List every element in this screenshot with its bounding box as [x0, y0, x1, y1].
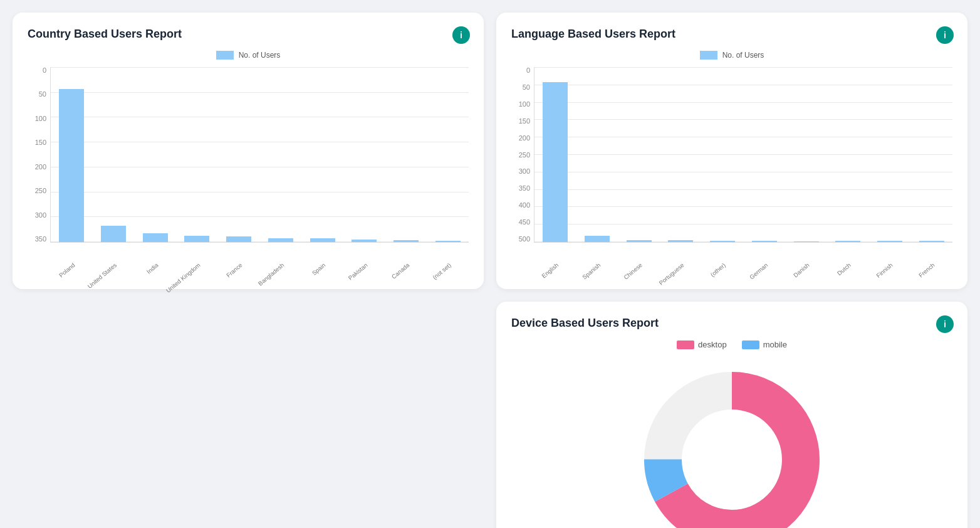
bar-group: Spain: [301, 67, 343, 242]
y-axis-label: 50: [28, 91, 46, 98]
y-axis-label: 150: [28, 139, 46, 146]
y-axis-label: 250: [511, 152, 530, 159]
bar-group: (other): [702, 67, 744, 242]
y-axis-label: 400: [511, 202, 530, 209]
country-chart-card: Country Based Users Report i No. of User…: [13, 13, 484, 289]
legend-item-desktop: desktop: [677, 340, 727, 349]
bar: [835, 241, 860, 242]
device-chart-title: Device Based Users Report: [511, 317, 952, 330]
bar: [794, 241, 819, 242]
bar: [143, 233, 168, 242]
bar-group: Finnish: [869, 67, 911, 242]
bar-group: Pakistan: [343, 67, 385, 242]
mobile-legend-dot: [742, 341, 759, 349]
y-axis-label: 100: [511, 101, 530, 108]
y-axis-label: 250: [28, 187, 46, 194]
legend-item-mobile: mobile: [742, 340, 787, 349]
bar: [585, 236, 610, 242]
bar-group: Poland: [51, 67, 93, 242]
language-info-icon[interactable]: i: [936, 26, 954, 44]
bar: [877, 241, 902, 242]
bar-group: Dutch: [827, 67, 869, 242]
mobile-legend-label: mobile: [763, 340, 787, 349]
y-axis-label: 350: [28, 236, 46, 243]
y-axis-label: 300: [511, 168, 530, 175]
y-axis-label: 450: [511, 219, 530, 226]
y-axis-label: 50: [511, 84, 530, 91]
device-chart-card: Device Based Users Report i desktop mobi…: [496, 302, 967, 528]
y-axis-label: 0: [511, 67, 530, 74]
language-bars-container: EnglishSpanishChinesePortuguese(other)Ge…: [534, 67, 952, 243]
desktop-legend-dot: [677, 341, 694, 349]
y-axis-label: 200: [28, 164, 46, 171]
empty-bottom-left: [13, 302, 484, 528]
device-donut-container: desktop mobile: [511, 340, 952, 528]
bar-group: Portuguese: [660, 67, 702, 242]
country-info-icon[interactable]: i: [452, 26, 470, 44]
bar: [752, 241, 777, 242]
bar-group: English: [534, 67, 576, 242]
bar: [59, 89, 84, 242]
country-legend-label: No. of Users: [239, 51, 281, 60]
bar-group: French: [910, 67, 952, 242]
country-chart-title: Country Based Users Report: [28, 28, 469, 41]
bar: [101, 226, 126, 242]
bar: [310, 238, 335, 242]
country-chart-area: No. of Users 350300250200150100500 Polan…: [28, 51, 469, 274]
bar: [543, 82, 568, 242]
bar-group: German: [744, 67, 786, 242]
desktop-legend-label: desktop: [698, 340, 727, 349]
bar-group: (not set): [427, 67, 469, 242]
country-legend-color: [216, 51, 234, 60]
bar-group: Spanish: [576, 67, 618, 242]
y-axis-label: 350: [511, 185, 530, 192]
language-legend: No. of Users: [511, 51, 952, 60]
bar: [394, 240, 419, 242]
language-chart-area: No. of Users 500450400350300250200150100…: [511, 51, 952, 274]
bar: [352, 240, 377, 242]
bar: [919, 241, 944, 242]
bar-group: United States: [93, 67, 135, 242]
svg-point-3: [685, 413, 779, 507]
bar: [435, 241, 461, 242]
y-axis-label: 150: [511, 118, 530, 125]
bar-group: Danish: [785, 67, 827, 242]
bar-group: India: [134, 67, 176, 242]
bar-group: Canada: [385, 67, 427, 242]
bar: [668, 240, 693, 242]
country-legend: No. of Users: [28, 51, 469, 60]
language-y-axis: 500450400350300250200150100500: [511, 67, 530, 243]
donut-chart: [613, 359, 851, 528]
language-legend-label: No. of Users: [722, 51, 764, 60]
y-axis-label: 100: [28, 115, 46, 122]
country-bars-container: PolandUnited StatesIndiaUnited KingdomFr…: [50, 67, 469, 243]
device-info-icon[interactable]: i: [936, 315, 954, 333]
bar: [226, 236, 251, 242]
bar-group: France: [218, 67, 260, 242]
device-legend: desktop mobile: [677, 340, 787, 349]
bar: [184, 236, 209, 242]
language-chart-card: Language Based Users Report i No. of Use…: [496, 13, 967, 289]
y-axis-label: 300: [28, 212, 46, 219]
dashboard: Country Based Users Report i No. of User…: [13, 13, 967, 528]
language-legend-color: [700, 51, 717, 60]
country-y-axis: 350300250200150100500: [28, 67, 46, 243]
bar-group: United Kingdom: [176, 67, 218, 242]
y-axis-label: 500: [511, 236, 530, 243]
bar-group: Chinese: [618, 67, 660, 242]
bar: [268, 238, 293, 242]
bar-group: Bangladesh: [260, 67, 302, 242]
language-chart-title: Language Based Users Report: [511, 28, 952, 41]
y-axis-label: 200: [511, 135, 530, 142]
bar: [627, 240, 652, 242]
y-axis-label: 0: [28, 67, 46, 74]
bar: [710, 241, 735, 242]
